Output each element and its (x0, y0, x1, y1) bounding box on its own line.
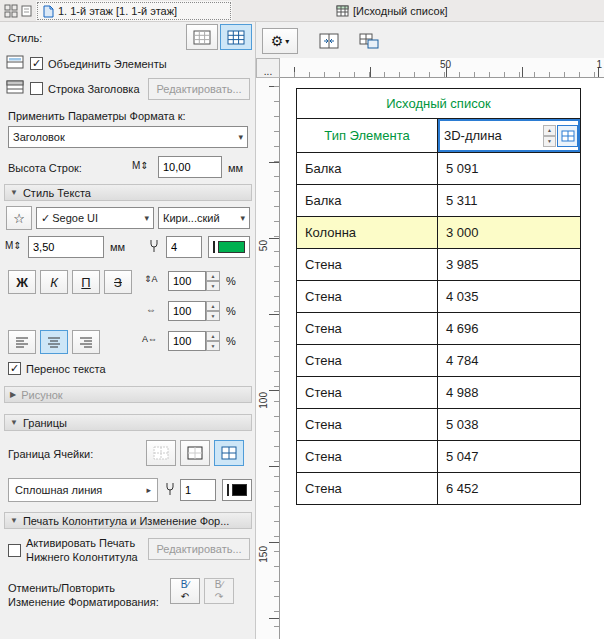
table-row: Стена3 985 (297, 249, 581, 281)
pen-indicator (227, 484, 229, 496)
cell-split-icon (359, 33, 379, 49)
cell-merge-button[interactable] (312, 28, 346, 54)
font-family-select[interactable]: ✓ Segoe UI ▾ (36, 207, 154, 229)
line-spacing-stepper[interactable]: ▲ ▼ (206, 271, 220, 291)
table-style-1-button[interactable] (186, 24, 218, 50)
border-outline-button[interactable] (180, 440, 210, 466)
cell-3d-length[interactable]: 4 988 (438, 377, 581, 409)
letter-spacing-input[interactable] (168, 331, 206, 351)
cell-3d-length[interactable]: 5 311 (438, 185, 581, 217)
underline-button[interactable]: П (72, 270, 100, 294)
schedule-canvas[interactable]: Исходный список Тип Элемента 3D-длина ▲ … (280, 78, 604, 639)
cell-element-type[interactable]: Балка (297, 185, 438, 217)
tab-floor-plan[interactable]: 1. 1-й этаж [1. 1-й этаж] (36, 1, 232, 21)
letter-spacing-icon: A⇔ (142, 334, 157, 344)
section-header-print[interactable]: ▼ Печать Колонтитула и Изменение Фор... (4, 512, 252, 529)
cell-element-type[interactable]: Стена (297, 281, 438, 313)
width-factor-stepper[interactable]: ▲ ▼ (206, 301, 220, 321)
cell-3d-length[interactable]: 4 696 (438, 313, 581, 345)
font-script-select[interactable]: Кири...ский ▾ (158, 207, 250, 229)
section-picture[interactable]: ▶ Рисунок (4, 386, 252, 403)
header-row-checkbox[interactable] (30, 82, 43, 95)
align-center-button[interactable] (40, 330, 68, 354)
cell-element-type[interactable]: Балка (297, 153, 438, 185)
favorites-button[interactable]: ☆ (6, 206, 32, 230)
cell-element-type[interactable]: Стена (297, 249, 438, 281)
undo-redo-label-line2: Изменение Форматирования: (8, 596, 159, 608)
align-right-button[interactable] (72, 330, 100, 354)
text-pen-color-button[interactable] (208, 236, 250, 258)
cell-element-type[interactable]: Стена (297, 441, 438, 473)
horizontal-ruler[interactable]: 50 1 (280, 58, 604, 78)
new-tab-icon[interactable] (20, 4, 34, 18)
tab-schedule[interactable]: [Исходный список] (330, 1, 490, 21)
border-pen-input[interactable] (180, 479, 216, 501)
column-header-element-type[interactable]: Тип Элемента (297, 119, 438, 153)
scheme-settings-button[interactable]: ⚙ ▾ (262, 28, 298, 54)
floor-plan-tab-icon (42, 5, 54, 18)
column-header-3d-length[interactable]: 3D-длина ▲ ▼ (438, 119, 581, 153)
table-row: Стена4 988 (297, 377, 581, 409)
letter-spacing-stepper[interactable]: ▲ ▼ (206, 331, 220, 351)
cell-3d-length[interactable]: 6 452 (438, 473, 581, 505)
row-height-input[interactable] (158, 156, 222, 178)
cell-element-type[interactable]: Стена (297, 409, 438, 441)
redo-format-button[interactable]: B∕ ↷ (204, 578, 234, 604)
border-none-button[interactable] (146, 440, 176, 466)
cell-3d-length[interactable]: 4 035 (438, 281, 581, 313)
undo-format-button[interactable]: B∕ ↶ (170, 578, 200, 604)
table-style-2-button[interactable] (220, 24, 252, 50)
cell-options-button[interactable] (557, 125, 578, 147)
pen-color-black-swatch (232, 484, 247, 496)
border-pen-color-button[interactable] (222, 479, 252, 501)
cell-3d-length[interactable]: 5 047 (438, 441, 581, 473)
cell-element-type[interactable]: Стена (297, 473, 438, 505)
cell-3d-length[interactable]: 3 985 (438, 249, 581, 281)
font-size-input[interactable] (28, 236, 104, 258)
edit-header-button[interactable]: Редактировать... (148, 78, 250, 100)
line-type-select[interactable]: Сплошная линия ▸ (8, 478, 158, 502)
cell-split-button[interactable] (352, 28, 386, 54)
ruler-options-button[interactable]: ... (256, 58, 280, 78)
border-all-icon (221, 446, 237, 460)
align-left-button[interactable] (8, 330, 36, 354)
vertical-ruler[interactable]: 50 100 150 (256, 78, 280, 639)
line-spacing-input[interactable] (168, 271, 206, 291)
cell-element-type[interactable]: Стена (297, 313, 438, 345)
merge-elements-checkbox[interactable]: ✓ (30, 57, 43, 70)
cell-element-type[interactable]: Стена (297, 377, 438, 409)
italic-button[interactable]: К (40, 270, 68, 294)
tab-schedule-label: [Исходный список] (353, 5, 448, 17)
merge-elements-label: Объединить Элементы (48, 58, 167, 70)
strikethrough-button[interactable]: З (104, 270, 132, 294)
table-title[interactable]: Исходный список (297, 89, 581, 119)
footer-print-checkbox[interactable] (8, 544, 21, 557)
star-icon: ☆ (13, 211, 25, 226)
table-grid-icon (227, 30, 245, 45)
chevron-down-icon: ▾ (285, 37, 289, 46)
cell-3d-length[interactable]: 3 000 (438, 217, 581, 249)
edit-footer-button[interactable]: Редактировать... (148, 538, 250, 560)
cell-element-type[interactable]: Колонна (297, 217, 438, 249)
spin-up-icon: ▲ (206, 271, 220, 281)
column-sort-stepper[interactable]: ▲ ▼ (543, 125, 556, 147)
section-text-style[interactable]: ▼ Стиль Текста (4, 184, 252, 201)
width-factor-icon: ⇔ (146, 304, 156, 315)
strikethrough-label: З (114, 275, 122, 290)
cell-3d-length[interactable]: 5 038 (438, 409, 581, 441)
width-factor-input[interactable] (168, 301, 206, 321)
tab-overview-icon[interactable] (4, 4, 18, 18)
bold-button[interactable]: Ж (8, 270, 36, 294)
section-borders[interactable]: ▼ Границы (4, 414, 252, 431)
text-pen-input[interactable] (166, 236, 202, 258)
cell-element-type[interactable]: Стена (297, 345, 438, 377)
cell-3d-length[interactable]: 5 091 (438, 153, 581, 185)
cell-3d-length[interactable]: 4 784 (438, 345, 581, 377)
wrap-text-checkbox[interactable]: ✓ (8, 362, 21, 375)
border-all-button[interactable] (214, 440, 244, 466)
table-row: Балка5 091 (297, 153, 581, 185)
table-row: Стена5 047 (297, 441, 581, 473)
spin-up-icon: ▲ (206, 331, 220, 341)
format-letters: B∕ (215, 580, 223, 590)
apply-format-select[interactable]: Заголовок ▾ (8, 126, 248, 148)
